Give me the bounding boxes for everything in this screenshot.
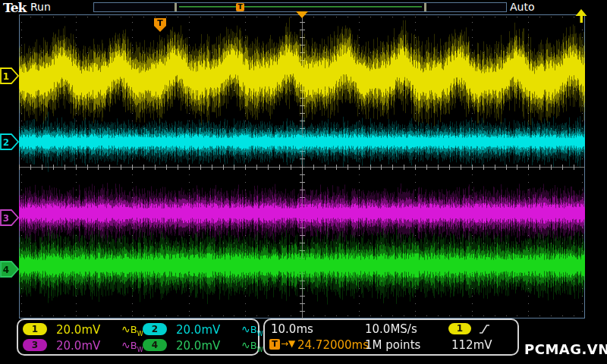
channel-4-position-marker: 4 — [1, 262, 18, 277]
ac-coupling-icon: ∿ — [121, 323, 131, 335]
bandwidth-limit-icon: B — [250, 340, 257, 351]
channel-3-badge: 3 — [23, 339, 47, 351]
svg-text:4: 4 — [3, 265, 9, 275]
watermark: PCMAG.VN — [524, 341, 607, 357]
channel-4-coupling-bandwidth-icons: ∿BW — [241, 339, 263, 353]
channel-2-position-marker: 2 — [1, 134, 18, 149]
channel-4-badge: 4 — [143, 339, 167, 351]
waveform-display — [19, 14, 585, 318]
trigger-delay-arrow-right-icon: → — [281, 338, 288, 349]
record-waveform-line — [179, 6, 422, 8]
channel-3-position-marker: 3 — [1, 210, 18, 225]
svg-text:3: 3 — [3, 213, 9, 224]
trigger-level-readout: 112mV — [451, 338, 492, 352]
acquisition-status: Run — [30, 1, 51, 13]
channel-4-scale: 20.0mV — [176, 339, 220, 353]
timebase-readout: 10.0ms — [271, 322, 313, 336]
channel-2-scale: 20.0mV — [176, 323, 220, 337]
channel-1-position-marker: 1 — [1, 68, 18, 83]
bandwidth-limit-icon: B — [131, 324, 137, 335]
oscilloscope-screen: Tek Run T Auto T 1234 1 20.0mV ∿BW 2 20.… — [0, 0, 607, 364]
record-view-bar: T — [93, 2, 507, 12]
bandwidth-limit-icon: B — [131, 340, 137, 351]
bandwidth-limit-sub: W — [137, 331, 143, 337]
trigger-delay-icon: T — [269, 339, 280, 350]
ac-coupling-icon: ∿ — [241, 323, 250, 335]
ac-coupling-icon: ∿ — [121, 339, 131, 351]
sample-rate-readout: 10.0MS/s — [365, 322, 417, 336]
record-trigger-marker-icon: T — [236, 3, 244, 11]
channel-readouts-box: 1 20.0mV ∿BW 2 20.0mV ∿BW 3 20.0mV ∿BW 4… — [17, 318, 259, 356]
channel-1-scale: 20.0mV — [56, 323, 100, 337]
bandwidth-limit-icon: B — [250, 324, 257, 335]
bandwidth-limit-sub: W — [137, 347, 143, 353]
svg-text:1: 1 — [3, 71, 9, 82]
channel-1-coupling-bandwidth-icons: ∿BW — [121, 323, 143, 337]
record-length-readout: 1M points — [365, 338, 420, 352]
channel-1-badge: 1 — [23, 323, 47, 335]
svg-text:2: 2 — [3, 137, 9, 148]
trigger-delay-readout: 24.72000ms — [297, 338, 369, 352]
channel-2-coupling-bandwidth-icons: ∿BW — [241, 323, 263, 337]
trigger-mode-label: Auto — [510, 1, 535, 13]
channel-3-coupling-bandwidth-icons: ∿BW — [121, 339, 143, 353]
trigger-source-badge: 1 — [448, 323, 471, 334]
bandwidth-limit-sub: W — [257, 347, 263, 353]
channel-2-badge: 2 — [143, 323, 167, 335]
tek-logo: Tek — [3, 0, 26, 15]
trigger-delay-arrow-down-icon: ▼ — [288, 338, 295, 349]
ac-coupling-icon: ∿ — [241, 339, 250, 351]
trigger-slope-rising-edge-icon — [479, 323, 491, 335]
horizontal-trigger-readouts-box: 10.0ms 10.0MS/s 1 T → ▼ 24.72000ms 1M po… — [263, 318, 519, 356]
bandwidth-limit-sub: W — [257, 331, 263, 337]
record-view-window: T — [175, 3, 426, 11]
channel-3-scale: 20.0mV — [56, 339, 100, 353]
